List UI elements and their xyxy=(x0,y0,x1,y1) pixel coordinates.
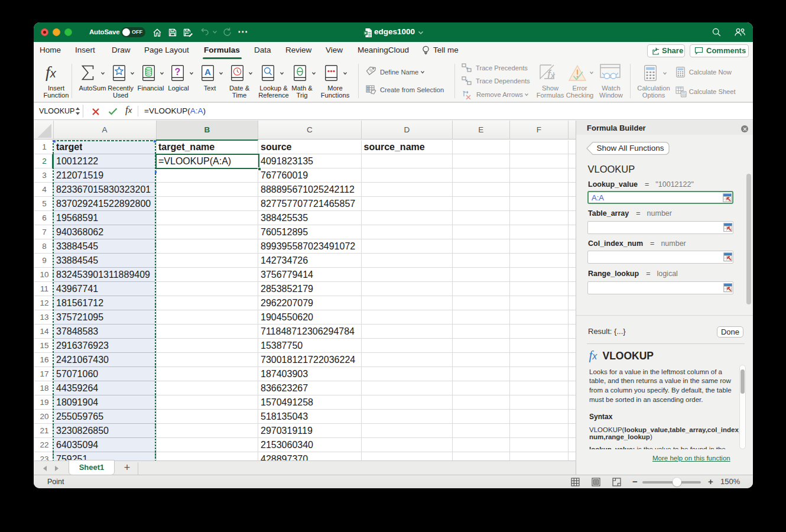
svg-text:?: ? xyxy=(175,66,181,76)
svg-text:A: A xyxy=(204,66,211,76)
svg-text:fx: fx xyxy=(547,68,556,81)
